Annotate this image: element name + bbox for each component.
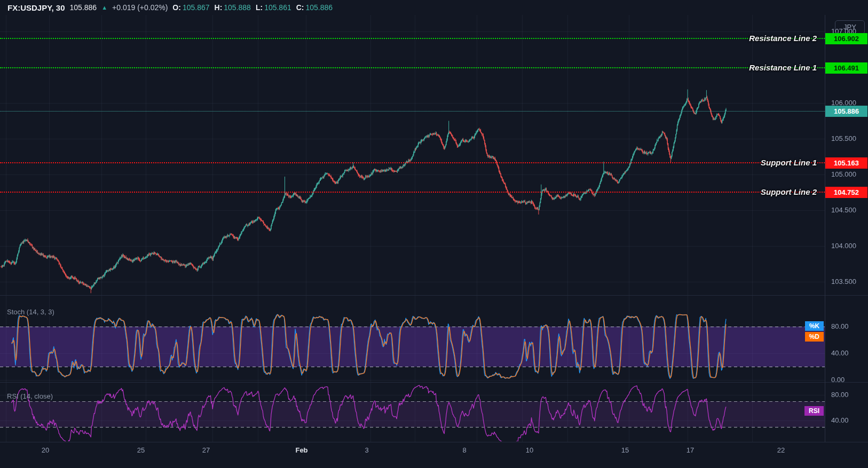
- price-change: +0.019 (+0.02%): [112, 3, 168, 12]
- pane-separator-stoch[interactable]: [0, 295, 868, 296]
- price-chart-canvas[interactable]: [0, 0, 868, 468]
- ohlc-high: H:105.888: [215, 3, 251, 12]
- time-scale-area[interactable]: [0, 442, 825, 468]
- resistance-2-label: Resistance Line 2: [749, 34, 817, 43]
- pane-separator-rsi[interactable]: [0, 382, 868, 383]
- support-2-label: Support Line 2: [761, 187, 817, 196]
- price-scale-area[interactable]: [825, 15, 868, 442]
- stoch-k-badge: %K: [805, 321, 824, 331]
- last-price-line: [0, 111, 825, 112]
- symbol-title[interactable]: FX:USDJPY, 30: [7, 3, 65, 12]
- support-1-line[interactable]: [0, 162, 825, 163]
- last-price-value: 105.886: [70, 3, 97, 12]
- symbol-info-bar: FX:USDJPY, 30 105.886 ▲ +0.019 (+0.02%) …: [0, 0, 868, 15]
- stoch-indicator-title[interactable]: Stoch (14, 3, 3): [7, 308, 54, 316]
- resistance-2-line[interactable]: [0, 38, 825, 39]
- resistance-1-label: Resistance Line 1: [749, 63, 817, 72]
- resistance-1-line[interactable]: [0, 67, 825, 68]
- rsi-indicator-title[interactable]: RSI (14, close): [7, 392, 53, 400]
- price-up-arrow-icon: ▲: [101, 4, 107, 11]
- support-1-label: Support Line 1: [761, 158, 817, 167]
- stoch-d-badge: %D: [805, 332, 824, 342]
- ohlc-close: C:105.886: [296, 3, 333, 12]
- ohlc-open: O:105.867: [172, 3, 209, 12]
- ohlc-low: L:105.861: [256, 3, 291, 12]
- trading-chart-app: FX:USDJPY, 30 105.886 ▲ +0.019 (+0.02%) …: [0, 0, 868, 468]
- rsi-badge: RSI: [804, 406, 824, 416]
- support-2-line[interactable]: [0, 192, 825, 193]
